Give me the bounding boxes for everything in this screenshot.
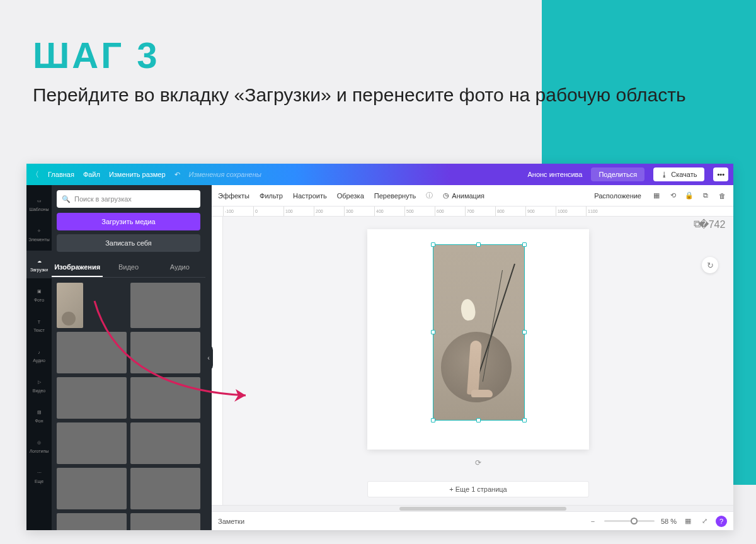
add-page-icon[interactable]: �742 [707, 219, 717, 229]
cloud-upload-icon: ☁ [35, 257, 43, 266]
add-page-button[interactable]: + Еще 1 страница [367, 481, 589, 497]
video-icon: ▷ [35, 378, 43, 387]
tool-position[interactable]: Расположение [594, 192, 641, 200]
project-title[interactable]: Анонс интенсива [527, 171, 582, 178]
more-icon: ⋯ [35, 468, 43, 477]
undo-icon[interactable]: ↶ [175, 171, 180, 179]
clock-icon: ◷ [443, 191, 449, 200]
step-subtitle: Перейдите во вкладку «Загрузки» и перене… [33, 82, 686, 108]
search-input[interactable]: 🔍 Поиск в загрузках [57, 190, 200, 208]
rail-templates[interactable]: ▭Шаблоны [26, 190, 52, 218]
zoom-value: 58 % [661, 518, 677, 525]
rail-more[interactable]: ⋯Еще [26, 462, 52, 490]
uploads-grid [52, 278, 205, 530]
search-placeholder: Поиск в загрузках [74, 195, 132, 203]
save-status: Изменения сохранены [189, 171, 261, 178]
tab-audio[interactable]: Аудио [154, 258, 205, 277]
duplicate-icon[interactable]: ⧉ [701, 191, 711, 201]
rail-uploads[interactable]: ☁Загрузки [26, 251, 52, 278]
panel-collapse-handle[interactable] [205, 185, 212, 530]
help-icon[interactable]: ? [716, 516, 727, 527]
transparency-icon[interactable]: ▦ [651, 191, 662, 201]
nav-home[interactable]: Главная [48, 171, 74, 178]
upload-media-button[interactable]: Загрузить медиа [57, 213, 200, 230]
step-number: ШАГ 3 [33, 34, 686, 76]
audio-icon: ♪ [35, 348, 43, 356]
upload-thumbnail[interactable] [57, 468, 127, 509]
nav-resize[interactable]: Изменить размер [109, 171, 166, 178]
zoom-slider[interactable] [604, 520, 655, 522]
resize-handle[interactable] [476, 242, 481, 247]
info-icon[interactable]: ⓘ [426, 191, 433, 200]
selected-image[interactable] [433, 244, 525, 421]
editor-area: Эффекты Фильтр Настроить Обрезка Перевер… [212, 185, 733, 530]
fullscreen-icon[interactable]: ⤢ [699, 516, 709, 526]
rail-photo[interactable]: ▣Фото [26, 281, 52, 309]
tool-flip[interactable]: Перевернуть [374, 192, 416, 200]
download-icon: ⭳ [661, 171, 668, 178]
tool-filter[interactable]: Фильтр [260, 192, 283, 200]
upload-thumbnail[interactable] [57, 377, 127, 419]
share-button[interactable]: Поделиться [591, 167, 644, 181]
grid-view-icon[interactable]: ▦ [683, 516, 693, 526]
tool-animate[interactable]: ◷Анимация [443, 191, 484, 200]
canvas-viewport[interactable]: ⧉ �742 ↻ [223, 217, 733, 505]
nav-file[interactable]: Файл [83, 171, 100, 178]
upload-thumbnail[interactable] [57, 332, 127, 373]
upload-thumbnail[interactable] [57, 513, 127, 530]
download-button[interactable]: ⭳ Скачать [653, 167, 704, 181]
resize-handle[interactable] [522, 242, 527, 247]
photo-icon: ▣ [35, 287, 43, 296]
upload-thumbnail[interactable] [130, 422, 200, 464]
canva-window: 〈 Главная Файл Изменить размер ↶ Изменен… [26, 164, 733, 530]
resize-handle[interactable] [476, 418, 481, 422]
notes-button[interactable]: Заметки [218, 518, 244, 525]
search-icon: 🔍 [62, 195, 71, 203]
elements-icon: ✧ [35, 227, 43, 235]
ruler-vertical [212, 217, 223, 505]
resize-handle[interactable] [431, 242, 435, 247]
text-icon: T [35, 317, 43, 326]
canvas-page[interactable] [367, 229, 589, 450]
lock-icon[interactable]: 🔒 [684, 191, 694, 201]
status-footer: Заметки − 58 % ▦ ⤢ ? [212, 511, 733, 530]
back-chevron-icon[interactable]: 〈 [32, 169, 39, 180]
left-rail: ▭Шаблоны ✧Элементы ☁Загрузки ▣Фото TТекс… [26, 185, 52, 530]
link-icon[interactable]: ⟲ [668, 191, 678, 201]
rail-audio[interactable]: ♪Аудио [26, 341, 52, 369]
rail-background[interactable]: ▨Фон [26, 402, 52, 429]
upload-thumbnail[interactable] [130, 513, 200, 530]
app-topbar: 〈 Главная Файл Изменить размер ↶ Изменен… [26, 164, 733, 185]
upload-thumbnail[interactable] [130, 377, 200, 419]
tool-adjust[interactable]: Настроить [293, 192, 327, 200]
tab-images[interactable]: Изображения [52, 258, 103, 277]
resize-handle[interactable] [431, 418, 435, 422]
refresh-fab-icon[interactable]: ↻ [702, 257, 718, 273]
upload-thumbnail[interactable] [57, 422, 127, 464]
rail-text[interactable]: TТекст [26, 311, 52, 339]
zoom-out-icon[interactable]: − [588, 516, 598, 526]
context-toolbar: Эффекты Фильтр Настроить Обрезка Перевер… [212, 185, 733, 207]
image-content [433, 245, 524, 420]
sync-icon[interactable]: ⟳ [472, 457, 484, 468]
resize-handle[interactable] [522, 330, 527, 334]
templates-icon: ▭ [35, 196, 43, 205]
upload-thumbnail[interactable] [130, 332, 200, 373]
tool-crop[interactable]: Обрезка [337, 192, 364, 200]
upload-thumbnail[interactable] [130, 283, 200, 328]
tab-video[interactable]: Видео [103, 258, 154, 277]
upload-thumbnail[interactable] [57, 283, 83, 328]
tool-effects[interactable]: Эффекты [218, 192, 249, 200]
rail-video[interactable]: ▷Видео [26, 371, 52, 399]
uploads-panel: 🔍 Поиск в загрузках Загрузить медиа Запи… [52, 185, 205, 530]
rail-logos[interactable]: ◎Логотипы [26, 432, 52, 460]
horizontal-scrollbar[interactable] [212, 505, 733, 511]
trash-icon[interactable]: 🗑 [717, 191, 727, 201]
resize-handle[interactable] [522, 418, 527, 422]
more-menu-button[interactable]: ••• [713, 167, 728, 181]
rail-elements[interactable]: ✧Элементы [26, 220, 52, 248]
record-yourself-button[interactable]: Записать себя [57, 234, 200, 252]
media-tabs: Изображения Видео Аудио [52, 258, 205, 278]
resize-handle[interactable] [431, 330, 435, 334]
upload-thumbnail[interactable] [130, 468, 200, 509]
